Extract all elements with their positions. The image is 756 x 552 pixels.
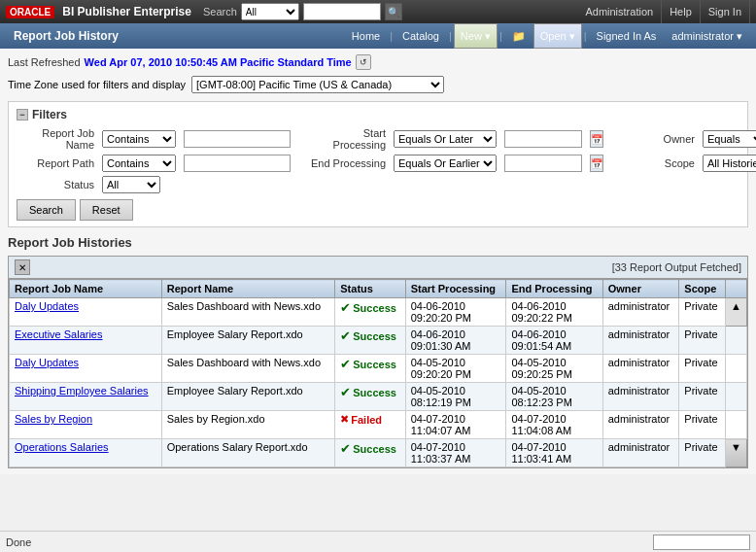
end-processing-input[interactable] <box>504 155 582 172</box>
table-body: Daly Updates Sales Dashboard with News.x… <box>10 298 747 467</box>
job-name-link[interactable]: Sales by Region <box>15 413 92 425</box>
signin-nav-btn[interactable]: Sign In <box>701 0 750 23</box>
signed-in-user[interactable]: administrator ▾ <box>664 23 750 49</box>
owner-label: Owner <box>617 133 695 145</box>
search-button[interactable]: Search <box>17 199 76 221</box>
report-job-name-label: Report Job Name <box>17 127 94 151</box>
histories-title: Report Job Histories <box>8 235 748 250</box>
owner-cell: administrator <box>602 439 679 467</box>
scope-cell: Private <box>679 327 726 355</box>
timezone-select[interactable]: [GMT-08:00] Pacific Time (US & Canada) [… <box>191 76 444 93</box>
end-processing-cell: 04-07-201011:03:41 AM <box>506 439 602 467</box>
start-processing-cell: 04-05-201008:12:19 PM <box>405 383 506 411</box>
top-nav-bar: ORACLE BI Publisher Enterprise Search Al… <box>0 0 756 23</box>
col-scope: Scope <box>679 280 726 298</box>
table-row: Shipping Employee Salaries Employee Sala… <box>10 383 747 411</box>
refresh-icon-btn[interactable]: ↺ <box>356 54 371 70</box>
start-processing-calendar-icon[interactable]: 📅 <box>590 130 603 148</box>
end-processing-cell: 04-06-201009:20:22 PM <box>506 298 602 327</box>
job-name-link[interactable]: Daly Updates <box>15 357 79 368</box>
report-path-input[interactable] <box>184 155 291 172</box>
report-path-condition[interactable]: ContainsEqualsStarts With <box>102 155 176 172</box>
nav2-sep3: | <box>498 30 504 42</box>
start-processing-input[interactable] <box>504 130 582 148</box>
reset-button[interactable]: Reset <box>80 199 133 221</box>
catalog-nav-btn[interactable]: Catalog <box>395 23 447 49</box>
new-dropdown-btn[interactable]: New ▾ <box>454 23 498 49</box>
filters-section: − Filters Report Job Name ContainsEquals… <box>8 101 748 227</box>
search-scope-select[interactable]: All Reports Dashboards <box>241 3 299 20</box>
status-select[interactable]: AllSuccessFailedRunning <box>102 176 160 193</box>
start-processing-condition[interactable]: Equals Or LaterEquals Or EarlierEquals <box>394 130 497 148</box>
table-row: Sales by Region Sales by Region.xdo ✖ Fa… <box>10 411 747 439</box>
status-cell: ✔ Success <box>335 439 405 467</box>
help-nav-btn[interactable]: Help <box>662 0 701 23</box>
status-success-icon: ✔ <box>340 328 351 343</box>
job-name-cell: Daly Updates <box>10 298 162 327</box>
job-name-link[interactable]: Shipping Employee Salaries <box>15 385 149 397</box>
status-text-cell: Success <box>353 302 396 314</box>
start-processing-cell: 04-07-201011:03:37 AM <box>405 439 506 467</box>
status-text-cell: Success <box>353 443 396 455</box>
status-cell: ✔ Success <box>335 355 405 383</box>
timezone-row: Time Zone used for filters and display [… <box>8 76 748 93</box>
job-name-cell: Executive Salaries <box>10 327 162 355</box>
job-name-link[interactable]: Daly Updates <box>15 300 79 312</box>
refresh-bar: Last Refreshed Wed Apr 07, 2010 10:50:45… <box>8 54 748 70</box>
timezone-label: Time Zone used for filters and display <box>8 79 186 90</box>
status-success-icon: ✔ <box>340 441 351 456</box>
end-processing-condition[interactable]: Equals Or EarlierEquals Or LaterEquals <box>394 155 497 172</box>
table-toolbar: ✕ [33 Report Output Fetched] <box>9 257 747 279</box>
table-row: Executive Salaries Employee Salary Repor… <box>10 327 747 355</box>
last-refreshed-label: Last Refreshed <box>8 56 81 68</box>
job-name-link[interactable]: Executive Salaries <box>15 328 103 340</box>
page-title: Report Job History <box>6 29 126 43</box>
col-end-processing: End Processing <box>506 280 602 298</box>
owner-cell: administrator <box>602 355 679 383</box>
end-processing-calendar-icon[interactable]: 📅 <box>590 155 603 172</box>
start-processing-cell: 04-07-201011:04:07 AM <box>405 411 506 439</box>
start-processing-cell: 04-06-201009:20:20 PM <box>405 298 506 327</box>
report-name-cell: Sales Dashboard with News.xdo <box>161 355 335 383</box>
owner-cell: administrator <box>602 327 679 355</box>
scope-select[interactable]: All HistoriesPrivateShared <box>703 155 756 172</box>
job-name-link[interactable]: Operations Salaries <box>15 441 109 453</box>
oracle-logo: ORACLE <box>6 6 54 18</box>
table-close-btn[interactable]: ✕ <box>15 259 30 275</box>
report-job-name-input[interactable] <box>184 130 291 148</box>
owner-condition[interactable]: EqualsContains <box>703 130 756 148</box>
status-cell: ✔ Success <box>335 298 405 327</box>
scrollbar[interactable]: ▼ <box>726 439 747 467</box>
end-processing-label: End Processing <box>308 157 386 169</box>
job-name-cell: Shipping Employee Salaries <box>10 383 162 411</box>
col-owner: Owner <box>602 280 679 298</box>
status-success-icon: ✔ <box>340 300 351 315</box>
bi-publisher-title: BI Publisher Enterprise <box>62 5 191 18</box>
table-row: Daly Updates Sales Dashboard with News.x… <box>10 298 747 327</box>
filter-row-1: Report Job Name ContainsEqualsStarts Wit… <box>17 127 739 151</box>
home-nav-btn[interactable]: Home <box>344 23 388 49</box>
filter-row-2: Report Path ContainsEqualsStarts With En… <box>17 155 739 172</box>
report-job-name-condition[interactable]: ContainsEqualsStarts With <box>102 130 176 148</box>
second-nav-bar: Report Job History Home | Catalog | New … <box>0 23 756 49</box>
open-dropdown-btn[interactable]: Open ▾ <box>533 23 582 49</box>
main-content: Last Refreshed Wed Apr 07, 2010 10:50:45… <box>0 49 756 474</box>
filter-row-3: Status AllSuccessFailedRunning <box>17 176 739 193</box>
status-cell: ✔ Success <box>335 383 405 411</box>
scope-cell: Private <box>679 355 726 383</box>
top-search-button[interactable]: 🔍 <box>385 3 402 20</box>
scroll-cell <box>726 327 747 355</box>
filters-collapse-icon[interactable]: − <box>17 109 28 121</box>
start-processing-cell: 04-05-201009:20:20 PM <box>405 355 506 383</box>
filters-title: Filters <box>32 108 67 121</box>
top-search-input[interactable] <box>303 3 381 20</box>
administration-nav-btn[interactable]: Administration <box>577 0 662 23</box>
end-processing-cell: 04-07-201011:04:08 AM <box>506 411 602 439</box>
search-label: Search <box>203 6 237 17</box>
signed-in-label: Signed In As <box>589 23 665 49</box>
scope-cell: Private <box>679 439 726 467</box>
filters-header[interactable]: − Filters <box>17 108 739 121</box>
scope-cell: Private <box>679 411 726 439</box>
scrollbar-up[interactable]: ▲ <box>726 298 747 327</box>
table-header: Report Job Name Report Name Status Start… <box>10 280 747 298</box>
